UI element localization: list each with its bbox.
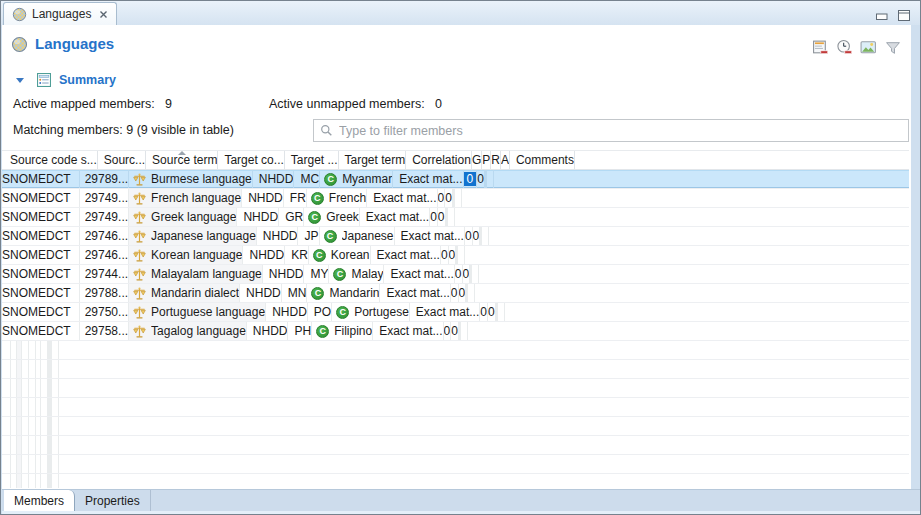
- filter-field[interactable]: [313, 119, 909, 142]
- table-row[interactable]: SNOMEDCT29749... Greek languageNHDDGR C …: [2, 208, 909, 227]
- cell-correlation[interactable]: Exact mat...: [371, 246, 441, 264]
- cell-correlation[interactable]: Exact mat...: [373, 322, 443, 340]
- cell-source_term[interactable]: Burmese language: [129, 170, 253, 188]
- cell-target_code_system[interactable]: NHDD: [240, 284, 282, 302]
- cell-source_code_system[interactable]: SNOMEDCT: [2, 208, 80, 226]
- column-header-target_code[interactable]: Target ...: [285, 151, 339, 169]
- cell-target_code_system[interactable]: NHDD: [243, 246, 285, 264]
- tab-close-icon[interactable]: [99, 10, 108, 19]
- filter-icon[interactable]: [884, 39, 901, 56]
- tab-languages[interactable]: Languages: [3, 2, 117, 25]
- cell-correlation[interactable]: Exact mat...: [395, 227, 465, 245]
- column-header-r[interactable]: R: [491, 151, 501, 169]
- cell-correlation[interactable]: Exact mat...: [360, 208, 430, 226]
- cell-comments[interactable]: [487, 170, 494, 188]
- cell-source_term[interactable]: Korean language: [129, 246, 243, 264]
- cell-target_term[interactable]: C Malay: [329, 265, 384, 283]
- cell-comments[interactable]: [498, 303, 505, 321]
- cell-correlation[interactable]: Exact mat...: [410, 303, 480, 321]
- cell-correlation[interactable]: Exact mat...: [384, 265, 454, 283]
- cell-source_code_system[interactable]: SNOMEDCT: [2, 303, 80, 321]
- column-header-correlation[interactable]: Correlation: [406, 151, 472, 169]
- cell-target_code_system[interactable]: NHDD: [253, 170, 295, 188]
- cell-comments[interactable]: [472, 265, 479, 283]
- cell-target_code[interactable]: MN: [282, 284, 308, 302]
- maximize-view-icon[interactable]: [898, 10, 910, 21]
- cell-g[interactable]: 0: [438, 189, 446, 207]
- image-icon[interactable]: [860, 39, 877, 56]
- cell-source_code_system[interactable]: SNOMEDCT: [2, 246, 80, 264]
- cell-target_term[interactable]: C Greek: [304, 208, 360, 226]
- cell-target_code[interactable]: KR: [285, 246, 309, 264]
- table-row[interactable]: SNOMEDCT29789... Burmese languageNHDDMC …: [2, 170, 909, 189]
- cell-target_code_system[interactable]: NHDD: [247, 322, 289, 340]
- summary-section-header[interactable]: Summary: [2, 71, 116, 89]
- cell-g[interactable]: 0: [430, 208, 438, 226]
- cell-source_code[interactable]: 29749...: [80, 208, 129, 226]
- column-header-target_code_system[interactable]: Target co...: [218, 151, 284, 169]
- column-header-target_term[interactable]: Target term: [339, 151, 407, 169]
- column-header-source_term[interactable]: Source term: [146, 151, 218, 169]
- column-header-a[interactable]: A: [501, 151, 510, 169]
- cell-p[interactable]: 0: [459, 284, 467, 302]
- cell-comments[interactable]: [468, 284, 475, 302]
- cell-correlation[interactable]: Exact mat...: [393, 170, 463, 188]
- cell-p[interactable]: 0: [463, 265, 471, 283]
- cell-g[interactable]: 0: [465, 227, 473, 245]
- cell-target_term[interactable]: C Filipino: [312, 322, 373, 340]
- cell-source_code[interactable]: 29789...: [80, 170, 129, 188]
- cell-correlation[interactable]: Exact mat...: [380, 284, 450, 302]
- cell-target_term[interactable]: C Korean: [309, 246, 371, 264]
- cell-source_code[interactable]: 29758...: [80, 322, 129, 340]
- cell-source_term[interactable]: Japanese language: [129, 227, 257, 245]
- cell-target_code_system[interactable]: NHDD: [257, 227, 299, 245]
- cell-target_code_system[interactable]: NHDD: [266, 303, 308, 321]
- cell-p[interactable]: 0: [477, 170, 485, 188]
- cell-source_code_system[interactable]: SNOMEDCT: [2, 227, 80, 245]
- column-header-source_code[interactable]: Sourc...: [98, 151, 146, 169]
- cell-source_code[interactable]: 29744...: [80, 265, 129, 283]
- cell-comments[interactable]: [482, 227, 489, 245]
- table-row[interactable]: SNOMEDCT29749... French languageNHDDFR C…: [2, 189, 909, 208]
- cell-p[interactable]: 0: [451, 322, 459, 340]
- cell-target_code_system[interactable]: NHDD: [242, 189, 284, 207]
- cell-comments[interactable]: [458, 246, 465, 264]
- cell-source_code_system[interactable]: SNOMEDCT: [2, 265, 80, 283]
- cell-p[interactable]: 0: [449, 246, 457, 264]
- cell-g[interactable]: 0: [464, 170, 478, 188]
- cell-source_code_system[interactable]: SNOMEDCT: [2, 284, 80, 302]
- cell-target_term[interactable]: C Portugese: [332, 303, 410, 321]
- cell-source_term[interactable]: Portuguese language: [129, 303, 266, 321]
- cell-target_code[interactable]: PO: [308, 303, 332, 321]
- cell-p[interactable]: 0: [445, 189, 453, 207]
- cell-g[interactable]: 0: [451, 284, 459, 302]
- cell-target_code_system[interactable]: NHDD: [237, 208, 279, 226]
- cell-target_code[interactable]: GR: [279, 208, 304, 226]
- cell-correlation[interactable]: Exact mat...: [367, 189, 437, 207]
- filter-input[interactable]: [337, 120, 908, 141]
- cell-source_code[interactable]: 29749...: [80, 189, 129, 207]
- cell-g[interactable]: 0: [455, 265, 463, 283]
- cell-target_code[interactable]: MY: [304, 265, 329, 283]
- table-row[interactable]: SNOMEDCT29758... Tagalog languageNHDDPH …: [2, 322, 909, 341]
- cell-target_term[interactable]: C Myanmar: [320, 170, 393, 188]
- cell-comments[interactable]: [455, 189, 462, 207]
- column-header-comments[interactable]: Comments: [510, 151, 575, 169]
- cell-p[interactable]: 0: [473, 227, 481, 245]
- cell-target_term[interactable]: C Mandarin: [307, 284, 380, 302]
- cell-source_term[interactable]: Malayalam language: [129, 265, 263, 283]
- cell-g[interactable]: 0: [441, 246, 449, 264]
- cell-source_term[interactable]: Greek language: [129, 208, 237, 226]
- tab-members[interactable]: Members: [4, 490, 75, 511]
- cell-source_term[interactable]: Tagalog language: [129, 322, 247, 340]
- cell-target_code[interactable]: MC: [294, 170, 320, 188]
- cell-comments[interactable]: [448, 208, 455, 226]
- cell-comments[interactable]: [461, 322, 468, 340]
- cell-source_code[interactable]: 29746...: [80, 227, 129, 245]
- cell-target_term[interactable]: C Japanese: [320, 227, 395, 245]
- cell-source_term[interactable]: French language: [129, 189, 242, 207]
- cell-source_code[interactable]: 29750...: [80, 303, 129, 321]
- cell-target_code[interactable]: JP: [298, 227, 319, 245]
- cell-source_code[interactable]: 29746...: [80, 246, 129, 264]
- collapse-twistie-icon[interactable]: [16, 78, 24, 83]
